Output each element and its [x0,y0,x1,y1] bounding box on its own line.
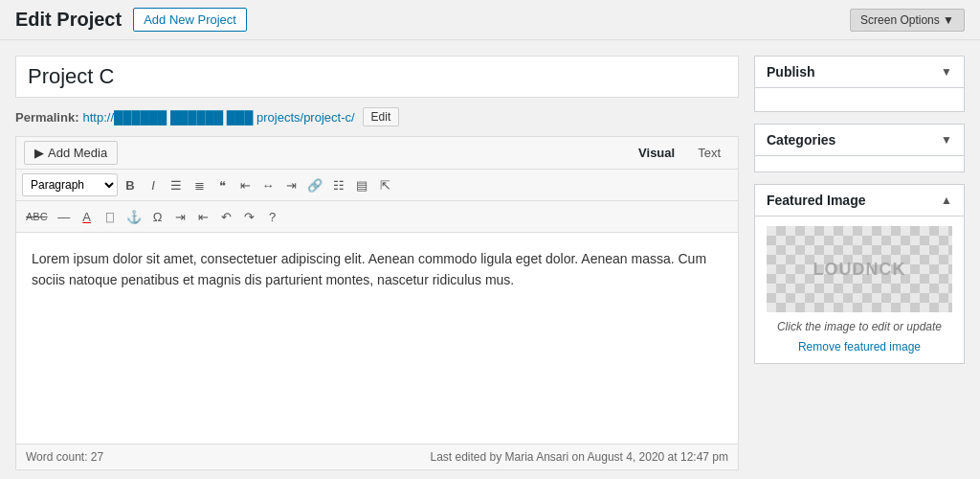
editor-footer: Word count: 27 Last edited by Maria Ansa… [16,444,738,469]
help-button[interactable]: ? [262,205,283,228]
publish-panel-body [755,88,964,111]
add-media-label: Add Media [48,146,107,160]
undo-button[interactable]: ↶ [216,205,237,228]
page-title: Edit Project [15,9,122,31]
remove-featured-image-link[interactable]: Remove featured image [798,340,921,354]
special-chars-button[interactable]: Ω [147,205,168,228]
blockquote-button[interactable]: ❝ [212,173,233,196]
sidebar: Publish ▼ Categories ▼ Featured Image ▲ [754,56,965,470]
permalink-link[interactable]: http://██████ ██████ ███ projects/projec… [82,110,354,125]
text-color-button[interactable]: A [77,205,98,228]
screen-options-button[interactable]: Screen Options ▼ [850,9,965,32]
bold-button[interactable]: B [120,173,141,196]
main-content: Permalink: http://██████ ██████ ███ proj… [0,40,980,479]
categories-panel-header[interactable]: Categories ▼ [755,125,964,156]
publish-panel-title: Publish [767,64,815,80]
editor-area: Permalink: http://██████ ██████ ███ proj… [15,56,739,470]
editor-content[interactable]: Lorem ipsum dolor sit amet, consectetuer… [16,233,738,444]
featured-image-panel-body: LOUDNCK Click the image to edit or updat… [755,217,964,363]
tab-text[interactable]: Text [688,142,730,164]
featured-image-panel-title: Featured Image [767,193,865,208]
editor-toolbar-top: ▶ Add Media Visual Text [16,137,738,170]
top-bar: Edit Project Add New Project Screen Opti… [0,0,980,40]
redo-button[interactable]: ↷ [239,205,260,228]
permalink-label: Permalink: [15,110,78,125]
project-title-input[interactable] [15,56,739,98]
paragraph-select[interactable]: Paragraph Heading 1 Heading 2 Heading 3 … [22,173,118,196]
add-new-project-button[interactable]: Add New Project [133,8,247,32]
paste-button[interactable]: ⎕ [100,205,121,228]
featured-image-placeholder[interactable]: LOUDNCK [767,226,952,312]
categories-panel-arrow: ▼ [941,133,952,147]
featured-image-panel-header[interactable]: Featured Image ▲ [755,185,964,217]
indent-button[interactable]: ⇥ [170,205,191,228]
horizontal-rule-button[interactable]: — [54,205,75,228]
last-edited: Last edited by Maria Ansari on August 4,… [430,450,728,464]
editor-paragraph: Lorem ipsum dolor sit amet, consectetuer… [32,248,723,291]
anchor-button[interactable]: ⚓ [122,205,145,228]
edit-slug-button[interactable]: Edit [363,107,400,126]
strikethrough-button[interactable]: ABC [22,205,52,228]
link-button[interactable]: 🔗 [303,173,326,196]
featured-image-panel: Featured Image ▲ LOUDNCK Click the image… [754,184,965,364]
toolbar-row-1: Paragraph Heading 1 Heading 2 Heading 3 … [16,170,738,201]
featured-image-panel-arrow: ▲ [941,194,952,207]
permalink-bar: Permalink: http://██████ ██████ ███ proj… [15,107,739,126]
align-center-button[interactable]: ↔ [257,173,278,196]
top-bar-left: Edit Project Add New Project [15,8,247,32]
unordered-list-button[interactable]: ☰ [166,173,187,196]
publish-panel-arrow: ▼ [941,65,952,79]
align-left-button[interactable]: ⇤ [234,173,256,196]
categories-panel-body [755,156,964,171]
add-media-button[interactable]: ▶ Add Media [24,141,118,165]
wp-editor-wrap: ▶ Add Media Visual Text Paragraph Headin… [15,136,739,470]
click-to-edit-text: Click the image to edit or update [767,320,952,333]
publish-panel-header[interactable]: Publish ▼ [755,57,964,88]
categories-panel: Categories ▼ [754,124,965,172]
categories-panel-title: Categories [767,132,835,148]
align-right-button[interactable]: ⇥ [280,173,301,196]
ordered-list-button[interactable]: ≣ [189,173,210,196]
publish-panel: Publish ▼ [754,56,965,112]
italic-button[interactable]: I [143,173,164,196]
table-button[interactable]: ☷ [328,173,349,196]
outdent-button[interactable]: ⇤ [193,205,214,228]
fullwidth-button[interactable]: ▤ [351,173,372,196]
editor-tabs: Visual Text [629,142,730,164]
distraction-free-button[interactable]: ⇱ [374,173,395,196]
word-count: Word count: 27 [26,450,103,464]
tab-visual[interactable]: Visual [629,142,684,164]
toolbar-row-2: ABC — A ⎕ ⚓ Ω ⇥ ⇤ ↶ ↷ ? [16,201,738,233]
featured-image-watermark: LOUDNCK [813,260,906,280]
add-media-icon: ▶ [34,146,44,160]
